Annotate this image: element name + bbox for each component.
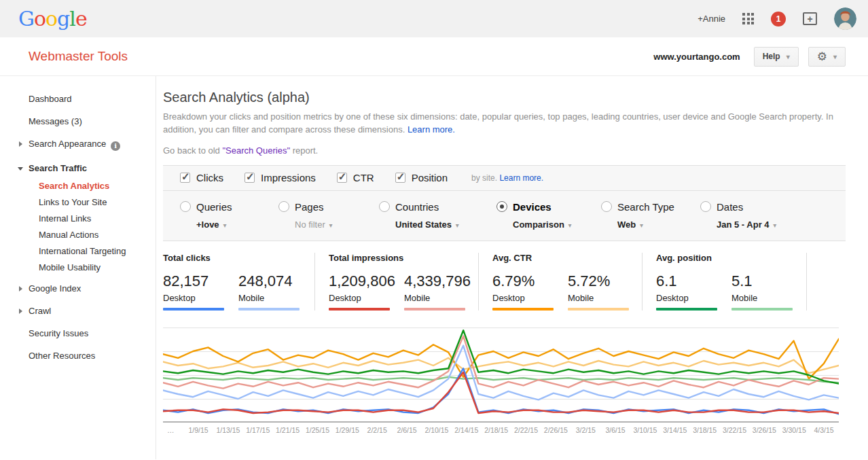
metric-color-bar — [731, 308, 793, 311]
chevron-down-icon: ▾ — [772, 222, 777, 229]
dimension-search-type[interactable]: Search TypeWeb ▾ — [601, 201, 700, 241]
sidebar-item-label: Mobile Usability — [39, 262, 101, 272]
sidebar-item-google-index[interactable]: Google Index — [0, 284, 156, 294]
sidebar-item-international-targeting[interactable]: International Targeting — [0, 247, 156, 256]
search-queries-link[interactable]: "Search Queries" — [222, 145, 290, 156]
metric-avg-ctr-mobile: 5.72%Mobile — [568, 272, 629, 311]
toggle-position[interactable]: ✓Position — [395, 172, 448, 183]
app-title[interactable]: Webmaster Tools — [29, 49, 128, 64]
sidebar-item-links-to-your-site[interactable]: Links to Your Site — [0, 198, 156, 207]
radio-dates[interactable] — [700, 201, 711, 212]
dimension-head-pages[interactable]: Pages — [278, 201, 379, 213]
metric-columns: 6.79%Desktop5.72%Mobile — [492, 272, 641, 311]
toggle-impressions[interactable]: ✓Impressions — [245, 172, 316, 183]
account-name-link[interactable]: +Annie — [698, 14, 725, 24]
analytics-chart[interactable]: …1/9/151/13/151/17/151/21/151/25/151/29/… — [163, 328, 839, 434]
toggle-ctr[interactable]: ✓CTR — [337, 172, 374, 183]
check-icon: ✓ — [181, 171, 190, 183]
dimension-value-countries[interactable]: United States ▾ — [395, 219, 496, 230]
radio-pages[interactable] — [278, 201, 289, 212]
go-back-line: Go back to old "Search Queries" report. — [163, 145, 846, 156]
sidebar-item-search-analytics[interactable]: Search Analytics — [0, 181, 156, 191]
notifications-badge[interactable]: 1 — [771, 12, 786, 26]
dimension-value-queries[interactable]: +love ▾ — [196, 219, 278, 230]
google-logo[interactable]: Google — [18, 7, 87, 31]
dimension-row: Queries+love ▾PagesNo filter ▾CountriesU… — [163, 191, 846, 241]
dimension-label: Devices — [513, 201, 551, 213]
logo-letter: G — [18, 7, 34, 31]
radio-search-type[interactable] — [601, 201, 612, 212]
logo-letter: g — [57, 7, 69, 31]
page-description: Breakdown your clicks and position metri… — [163, 111, 846, 137]
x-axis-label: 3/30/15 — [779, 426, 809, 434]
logo-letter: e — [75, 7, 87, 31]
triangle-right-icon[interactable] — [19, 141, 22, 147]
sidebar-item-other-resources[interactable]: Other Resources — [0, 351, 156, 361]
metric-value: 5.1 — [731, 272, 793, 290]
dimension-pages[interactable]: PagesNo filter ▾ — [278, 201, 379, 241]
triangle-down-icon[interactable] — [18, 167, 23, 171]
dimension-label: Countries — [395, 201, 439, 213]
dimension-value-search-type[interactable]: Web ▾ — [617, 219, 700, 230]
sidebar-item-internal-links[interactable]: Internal Links — [0, 214, 156, 224]
radio-queries[interactable] — [180, 201, 191, 212]
toggle-clicks[interactable]: ✓Clicks — [180, 172, 223, 183]
sidebar-item-messages-3-[interactable]: Messages (3) — [0, 117, 156, 126]
sidebar-item-label: Search Analytics — [39, 181, 109, 191]
dimension-value-text: Jan 5 - Apr 4 — [717, 219, 770, 230]
sidebar-item-search-appearance[interactable]: Search Appearancei — [0, 139, 156, 151]
sidebar-item-manual-actions[interactable]: Manual Actions — [0, 230, 156, 240]
dimension-countries[interactable]: CountriesUnited States ▾ — [379, 201, 496, 241]
sidebar-item-label: Links to Your Site — [39, 197, 107, 207]
dimension-head-search-type[interactable]: Search Type — [601, 201, 700, 213]
learn-more-link[interactable]: Learn more. — [408, 124, 455, 135]
metric-color-bar — [404, 308, 465, 311]
settings-button[interactable]: ⚙ ▾ — [808, 47, 846, 67]
sidebar-item-label: International Targeting — [39, 246, 126, 256]
avatar[interactable] — [834, 7, 856, 30]
dimension-value-dates[interactable]: Jan 5 - Apr 4 ▾ — [717, 219, 809, 230]
apps-grid-icon[interactable] — [742, 13, 754, 24]
dimension-head-countries[interactable]: Countries — [379, 201, 496, 213]
triangle-right-icon[interactable] — [19, 308, 22, 314]
metric-device-label: Mobile — [404, 293, 465, 303]
radio-countries[interactable] — [379, 201, 390, 212]
x-axis-label: 1/17/15 — [243, 426, 273, 434]
dimension-head-devices[interactable]: Devices — [496, 201, 601, 213]
dimension-value-pages[interactable]: No filter ▾ — [295, 219, 379, 230]
by-site-learn-more-link[interactable]: Learn more. — [499, 173, 543, 183]
chevron-down-icon: ▾ — [221, 222, 227, 229]
checkbox-ctr[interactable]: ✓ — [337, 173, 347, 183]
dimension-dates[interactable]: DatesJan 5 - Apr 4 ▾ — [700, 201, 809, 241]
dimension-head-dates[interactable]: Dates — [700, 201, 809, 213]
sidebar-item-search-traffic[interactable]: Search Traffic — [0, 164, 156, 173]
sidebar-item-label: Google Index — [29, 283, 81, 294]
dimension-queries[interactable]: Queries+love ▾ — [180, 201, 278, 241]
checkbox-impressions[interactable]: ✓ — [245, 173, 255, 183]
google-plus-share-icon[interactable]: + — [803, 12, 817, 25]
help-button[interactable]: Help ▾ — [754, 47, 799, 67]
dimension-label: Dates — [717, 201, 743, 213]
metric-group-total-clicks: Total clicks82,157Desktop248,074Mobile — [163, 253, 314, 311]
sidebar-item-crawl[interactable]: Crawl — [0, 306, 156, 316]
metric-device-label: Mobile — [568, 293, 629, 303]
radio-devices[interactable] — [496, 201, 507, 212]
triangle-right-icon[interactable] — [19, 286, 22, 291]
logo-letter: o — [46, 7, 57, 31]
checkbox-position[interactable]: ✓ — [395, 173, 405, 183]
sidebar-item-label: Messages (3) — [29, 116, 82, 126]
x-axis-label: 2/26/15 — [541, 426, 571, 434]
metric-group-avg-position: Avg. position6.1Desktop5.1Mobile — [642, 253, 806, 311]
dimension-devices[interactable]: DevicesComparison ▾ — [496, 201, 601, 241]
sidebar-item-dashboard[interactable]: Dashboard — [0, 94, 156, 104]
x-axis-label: 2/6/15 — [392, 426, 422, 434]
sidebar-item-security-issues[interactable]: Security Issues — [0, 329, 156, 338]
dimension-value-devices[interactable]: Comparison ▾ — [513, 219, 601, 230]
info-icon[interactable]: i — [111, 141, 120, 151]
sidebar-item-mobile-usability[interactable]: Mobile Usability — [0, 263, 156, 272]
checkbox-clicks[interactable]: ✓ — [180, 173, 190, 183]
go-back-prefix: Go back to old — [163, 145, 222, 156]
by-site-text: by site. Learn more. — [471, 173, 543, 183]
dimension-head-queries[interactable]: Queries — [180, 201, 278, 213]
metric-group-label: Avg. CTR — [492, 253, 641, 263]
